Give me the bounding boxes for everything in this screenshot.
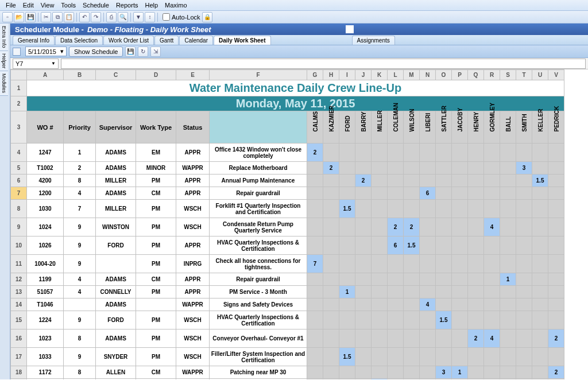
crew-cell[interactable] — [500, 329, 516, 348]
col-header-M[interactable]: M — [404, 70, 420, 80]
col-header-B[interactable]: B — [64, 70, 96, 80]
cell-st[interactable]: WSCH — [176, 218, 210, 236]
cell-pri[interactable]: 2 — [64, 162, 96, 175]
crew-cell[interactable] — [484, 379, 500, 380]
crew-cell[interactable] — [404, 379, 420, 380]
crew-cell[interactable] — [548, 273, 564, 286]
cell-sup[interactable]: WINSTON — [96, 218, 136, 236]
crew-cell[interactable]: 2 — [548, 366, 564, 379]
tab-data-selection[interactable]: Data Selection — [55, 36, 103, 45]
crew-cell[interactable] — [468, 286, 484, 298]
row-header-5[interactable]: 5 — [11, 162, 27, 175]
cell-wo[interactable]: 51057 — [27, 286, 64, 298]
crew-cell[interactable] — [388, 200, 404, 218]
crew-cell[interactable]: 1 — [339, 286, 355, 298]
crew-cell[interactable] — [372, 255, 388, 273]
crew-cell[interactable] — [516, 236, 532, 255]
cell-st[interactable]: APPR — [176, 144, 210, 162]
row-header-18[interactable]: 18 — [11, 366, 27, 379]
row-header-17[interactable]: 17 — [11, 348, 27, 366]
crew-cell[interactable]: 2 — [468, 329, 484, 348]
crew-cell[interactable] — [548, 379, 564, 380]
cell-st[interactable]: WAPPR — [176, 162, 210, 175]
crew-cell[interactable]: 2 — [355, 175, 372, 187]
cell-pri[interactable]: 9 — [64, 255, 96, 273]
cell-st[interactable]: WSCH — [176, 200, 210, 218]
new-icon[interactable]: ▫ — [2, 12, 13, 22]
row-header-8[interactable]: 8 — [11, 200, 27, 218]
crew-cell[interactable] — [339, 236, 355, 255]
tab-general-info[interactable]: General Info — [13, 36, 55, 45]
crew-cell[interactable] — [532, 187, 548, 200]
crew-cell[interactable] — [484, 162, 500, 175]
crew-cell[interactable] — [404, 255, 420, 273]
cell-sup[interactable]: FORD — [96, 236, 136, 255]
crew-cell[interactable] — [516, 273, 532, 286]
crew-cell[interactable] — [516, 175, 532, 187]
crew-cell[interactable] — [307, 286, 323, 298]
cell-pri[interactable]: 4 — [64, 379, 96, 380]
crew-cell[interactable] — [452, 286, 468, 298]
crew-cell[interactable] — [420, 286, 436, 298]
crew-cell[interactable] — [372, 218, 388, 236]
crew-cell[interactable] — [372, 298, 388, 311]
crew-cell[interactable] — [355, 273, 372, 286]
cell-st[interactable]: WSCH — [176, 329, 210, 348]
col-header-T[interactable]: T — [516, 70, 532, 80]
col-header-C[interactable]: C — [96, 70, 136, 80]
crew-cell[interactable] — [452, 218, 468, 236]
crew-cell[interactable] — [452, 236, 468, 255]
cell-wo[interactable]: 1247 — [27, 144, 64, 162]
show-schedule-button[interactable]: Show Schedule — [69, 46, 123, 57]
cell-pri[interactable]: 8 — [64, 175, 96, 187]
crew-cell[interactable] — [516, 379, 532, 380]
crew-cell[interactable]: 2 — [388, 218, 404, 236]
row-header-15[interactable]: 15 — [11, 311, 27, 329]
crew-cell[interactable] — [468, 348, 484, 366]
paste-icon[interactable]: 📋 — [64, 12, 74, 22]
col-header-I[interactable]: I — [339, 70, 355, 80]
crew-cell[interactable] — [436, 348, 452, 366]
sidetab-modules[interactable]: Modules — [0, 71, 8, 96]
crew-cell[interactable] — [452, 311, 468, 329]
crew-cell[interactable] — [372, 329, 388, 348]
filter-icon[interactable]: ▼ — [133, 12, 144, 22]
crew-cell[interactable] — [323, 348, 339, 366]
crew-cell[interactable] — [484, 175, 500, 187]
cell-pri[interactable]: 1 — [64, 144, 96, 162]
crew-cell[interactable] — [339, 329, 355, 348]
cell-sup[interactable]: ADAMS — [96, 144, 136, 162]
autolock-toggle[interactable]: Auto-Lock 🔒 — [163, 12, 212, 22]
crew-cell[interactable] — [516, 311, 532, 329]
cell-desc[interactable]: Conveyor Overhaul- Conveyor #1 — [210, 329, 307, 348]
col-header-P[interactable]: P — [452, 70, 468, 80]
crew-cell[interactable] — [323, 218, 339, 236]
undo-icon[interactable]: ↶ — [79, 12, 90, 22]
crew-cell[interactable] — [388, 329, 404, 348]
crew-cell[interactable] — [404, 273, 420, 286]
cell-wo[interactable]: 1033 — [27, 348, 64, 366]
crew-cell[interactable]: 6 — [388, 236, 404, 255]
crew-cell[interactable] — [468, 273, 484, 286]
row-header-19[interactable]: 19 — [11, 379, 27, 380]
tab-calendar[interactable]: Calendar — [179, 36, 213, 45]
crew-cell[interactable] — [484, 298, 500, 311]
crew-cell[interactable]: 2 — [307, 144, 323, 162]
crew-cell[interactable] — [516, 366, 532, 379]
crew-cell[interactable] — [355, 236, 372, 255]
crew-cell[interactable] — [420, 329, 436, 348]
cell-sup[interactable]: ADAMS — [96, 273, 136, 286]
crew-cell[interactable] — [468, 144, 484, 162]
crew-cell[interactable] — [307, 348, 323, 366]
crew-cell[interactable] — [339, 187, 355, 200]
crew-cell[interactable] — [355, 187, 372, 200]
crew-cell[interactable] — [388, 187, 404, 200]
crew-cell[interactable] — [532, 348, 548, 366]
crew-cell[interactable] — [548, 187, 564, 200]
crew-cell[interactable] — [420, 162, 436, 175]
crew-cell[interactable] — [516, 187, 532, 200]
crew-cell[interactable] — [307, 329, 323, 348]
cell-pri[interactable]: 4 — [64, 273, 96, 286]
cell-sup[interactable]: MILLER — [96, 175, 136, 187]
crew-cell[interactable] — [323, 200, 339, 218]
